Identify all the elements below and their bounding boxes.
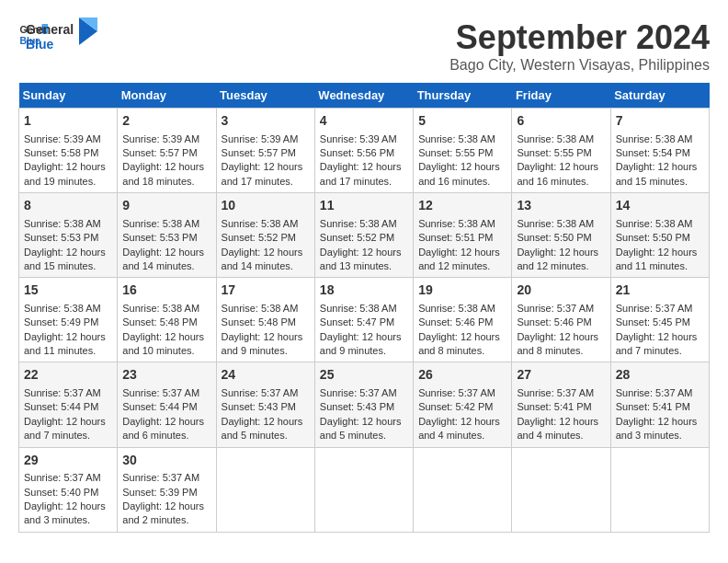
table-row: 13Sunrise: 5:38 AMSunset: 5:50 PMDayligh…: [512, 193, 610, 278]
table-row: 23Sunrise: 5:37 AMSunset: 5:44 PMDayligh…: [118, 362, 216, 447]
calendar-week: 15Sunrise: 5:38 AMSunset: 5:49 PMDayligh…: [19, 278, 710, 362]
table-row: 29Sunrise: 5:37 AMSunset: 5:40 PMDayligh…: [19, 447, 118, 532]
header-wednesday: Wednesday: [314, 83, 413, 109]
calendar-body: 1Sunrise: 5:39 AMSunset: 5:58 PMDaylight…: [19, 109, 710, 533]
day-number: 9: [122, 197, 210, 215]
day-number: 25: [320, 366, 408, 385]
header-monday: Monday: [118, 83, 216, 109]
day-number: 4: [320, 112, 408, 131]
day-number: 2: [122, 112, 210, 131]
table-row: [610, 447, 709, 532]
day-number: 24: [222, 366, 310, 385]
logo-arrow-icon: [79, 17, 97, 45]
table-row: [216, 447, 314, 532]
table-row: [314, 447, 413, 532]
day-number: 28: [616, 366, 704, 385]
table-row: 17Sunrise: 5:38 AMSunset: 5:48 PMDayligh…: [216, 278, 314, 362]
table-row: 25Sunrise: 5:37 AMSunset: 5:43 PMDayligh…: [314, 362, 413, 447]
table-row: 19Sunrise: 5:38 AMSunset: 5:46 PMDayligh…: [414, 278, 512, 362]
day-number: 13: [517, 197, 605, 215]
table-row: 7Sunrise: 5:38 AMSunset: 5:54 PMDaylight…: [610, 109, 709, 193]
day-number: 23: [122, 366, 210, 385]
table-row: 10Sunrise: 5:38 AMSunset: 5:52 PMDayligh…: [216, 193, 314, 278]
calendar-header-row: Sunday Monday Tuesday Wednesday Thursday…: [19, 83, 710, 109]
table-row: 30Sunrise: 5:37 AMSunset: 5:39 PMDayligh…: [118, 447, 216, 532]
header-saturday: Saturday: [610, 83, 709, 109]
day-number: 21: [616, 282, 704, 300]
day-number: 30: [122, 452, 210, 470]
header: General Blue General Blue September 2024…: [18, 18, 710, 74]
table-row: 16Sunrise: 5:38 AMSunset: 5:48 PMDayligh…: [118, 278, 216, 362]
day-number: 6: [517, 112, 605, 131]
day-number: 5: [418, 112, 506, 131]
header-thursday: Thursday: [414, 83, 512, 109]
table-row: 20Sunrise: 5:37 AMSunset: 5:46 PMDayligh…: [512, 278, 610, 362]
table-row: 26Sunrise: 5:37 AMSunset: 5:42 PMDayligh…: [414, 362, 512, 447]
day-number: 15: [24, 282, 112, 300]
day-number: 17: [222, 282, 310, 300]
table-row: 9Sunrise: 5:38 AMSunset: 5:53 PMDaylight…: [118, 193, 216, 278]
header-sunday: Sunday: [19, 83, 118, 109]
page-subtitle: Bago City, Western Visayas, Philippines: [449, 57, 710, 74]
day-number: 26: [418, 366, 506, 385]
table-row: 24Sunrise: 5:37 AMSunset: 5:43 PMDayligh…: [216, 362, 314, 447]
table-row: 11Sunrise: 5:38 AMSunset: 5:52 PMDayligh…: [314, 193, 413, 278]
table-row: 21Sunrise: 5:37 AMSunset: 5:45 PMDayligh…: [610, 278, 709, 362]
table-row: [512, 447, 610, 532]
table-row: 6Sunrise: 5:38 AMSunset: 5:55 PMDaylight…: [512, 109, 610, 193]
day-number: 29: [24, 452, 112, 470]
calendar-week: 29Sunrise: 5:37 AMSunset: 5:40 PMDayligh…: [19, 447, 710, 532]
day-number: 22: [24, 366, 112, 385]
calendar-week: 22Sunrise: 5:37 AMSunset: 5:44 PMDayligh…: [19, 362, 710, 447]
table-row: 1Sunrise: 5:39 AMSunset: 5:58 PMDaylight…: [19, 109, 118, 193]
table-row: 18Sunrise: 5:38 AMSunset: 5:47 PMDayligh…: [314, 278, 413, 362]
day-number: 14: [616, 197, 704, 215]
calendar-table: Sunday Monday Tuesday Wednesday Thursday…: [18, 83, 710, 533]
title-area: September 2024 Bago City, Western Visaya…: [449, 18, 710, 74]
header-friday: Friday: [512, 83, 610, 109]
table-row: 28Sunrise: 5:37 AMSunset: 5:41 PMDayligh…: [610, 362, 709, 447]
day-number: 18: [320, 282, 408, 300]
header-tuesday: Tuesday: [216, 83, 314, 109]
table-row: 3Sunrise: 5:39 AMSunset: 5:57 PMDaylight…: [216, 109, 314, 193]
day-number: 3: [222, 112, 310, 131]
logo-blue: Blue: [26, 37, 74, 52]
day-number: 1: [24, 112, 112, 131]
table-row: 15Sunrise: 5:38 AMSunset: 5:49 PMDayligh…: [19, 278, 118, 362]
day-number: 12: [418, 197, 506, 215]
logo: General Blue General Blue: [18, 18, 97, 52]
table-row: 27Sunrise: 5:37 AMSunset: 5:41 PMDayligh…: [512, 362, 610, 447]
table-row: 8Sunrise: 5:38 AMSunset: 5:53 PMDaylight…: [19, 193, 118, 278]
day-number: 20: [517, 282, 605, 300]
table-row: 4Sunrise: 5:39 AMSunset: 5:56 PMDaylight…: [314, 109, 413, 193]
day-number: 16: [122, 282, 210, 300]
table-row: [414, 447, 512, 532]
day-number: 7: [616, 112, 704, 131]
page-title: September 2024: [449, 18, 710, 57]
table-row: 5Sunrise: 5:38 AMSunset: 5:55 PMDaylight…: [414, 109, 512, 193]
day-number: 10: [222, 197, 310, 215]
day-number: 27: [517, 366, 605, 385]
calendar-week: 8Sunrise: 5:38 AMSunset: 5:53 PMDaylight…: [19, 193, 710, 278]
table-row: 12Sunrise: 5:38 AMSunset: 5:51 PMDayligh…: [414, 193, 512, 278]
logo-general: General: [26, 22, 74, 37]
table-row: 22Sunrise: 5:37 AMSunset: 5:44 PMDayligh…: [19, 362, 118, 447]
day-number: 8: [24, 197, 112, 215]
day-number: 19: [418, 282, 506, 300]
table-row: 2Sunrise: 5:39 AMSunset: 5:57 PMDaylight…: [118, 109, 216, 193]
day-number: 11: [320, 197, 408, 215]
calendar-week-1: 1Sunrise: 5:39 AMSunset: 5:58 PMDaylight…: [19, 109, 710, 193]
table-row: 14Sunrise: 5:38 AMSunset: 5:50 PMDayligh…: [610, 193, 709, 278]
